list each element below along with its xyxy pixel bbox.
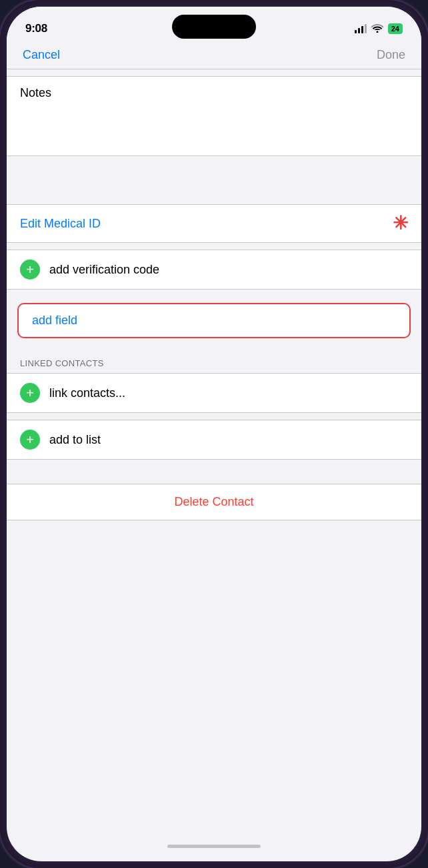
edit-medical-id-row[interactable]: Edit Medical ID ✳ — [7, 204, 421, 243]
plus-icon-link: + — [26, 386, 34, 400]
add-field-label: add field — [32, 314, 77, 328]
notes-section[interactable]: Notes — [7, 76, 421, 156]
link-contacts-plus-circle: + — [20, 383, 40, 403]
wifi-icon — [371, 23, 383, 35]
status-time: 9:08 — [25, 22, 47, 35]
add-verification-row[interactable]: + add verification code — [7, 250, 421, 290]
section-gap-1 — [7, 156, 421, 180]
signal-icon — [355, 24, 367, 33]
edit-medical-id-label: Edit Medical ID — [20, 217, 101, 231]
link-contacts-label: link contacts... — [49, 386, 125, 400]
add-verification-label: add verification code — [49, 263, 159, 277]
dynamic-island — [172, 15, 256, 39]
status-icons: 24 — [355, 23, 403, 35]
plus-icon-list: + — [26, 433, 34, 446]
gap-linked — [7, 345, 421, 352]
linked-contacts-header: LINKED CONTACTS — [7, 352, 421, 373]
status-bar: 9:08 24 — [7, 7, 421, 43]
screen: 9:08 24 Cancel Done — [7, 7, 421, 861]
add-to-list-plus-circle: + — [20, 430, 40, 450]
asterisk-icon: ✳ — [393, 214, 408, 233]
add-to-list-label: add to list — [49, 433, 101, 447]
gap-add-to-list — [7, 413, 421, 420]
home-indicator — [167, 845, 261, 848]
gap-add-field — [7, 290, 421, 296]
add-to-list-row[interactable]: + add to list — [7, 420, 421, 460]
gap-between — [7, 243, 421, 250]
link-contacts-row[interactable]: + link contacts... — [7, 373, 421, 413]
content-area: Notes Edit Medical ID ✳ + add verificati… — [7, 69, 421, 861]
plus-icon-verification: + — [26, 263, 34, 276]
cancel-button[interactable]: Cancel — [23, 48, 60, 62]
add-verification-plus-circle: + — [20, 260, 40, 280]
notes-label: Notes — [20, 86, 51, 99]
done-button[interactable]: Done — [377, 48, 405, 62]
add-field-row[interactable]: add field — [17, 303, 411, 338]
delete-contact-row[interactable]: Delete Contact — [7, 484, 421, 520]
linked-contacts-header-text: LINKED CONTACTS — [20, 358, 104, 368]
battery-badge: 24 — [388, 23, 403, 34]
nav-bar: Cancel Done — [7, 43, 421, 69]
phone-frame: 9:08 24 Cancel Done — [0, 0, 428, 868]
delete-contact-label: Delete Contact — [174, 495, 253, 508]
bottom-padding — [7, 520, 421, 560]
